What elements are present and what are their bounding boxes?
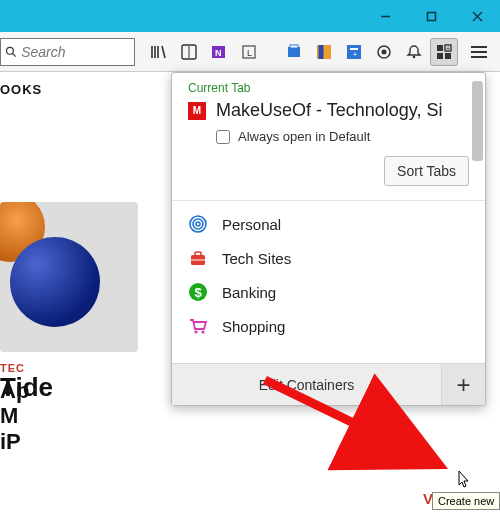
addon-icon[interactable]: [370, 38, 398, 66]
container-label: Banking: [222, 284, 276, 301]
svg-text:+: +: [446, 44, 450, 51]
containers-toolbar-button[interactable]: +: [430, 38, 458, 66]
current-tab-row[interactable]: M MakeUseOf - Technology, Si: [172, 97, 485, 127]
svg-rect-26: [445, 53, 451, 59]
svg-rect-25: [437, 53, 443, 59]
container-label: Tech Sites: [222, 250, 291, 267]
svg-point-29: [196, 222, 200, 226]
fingerprint-icon: [188, 214, 208, 234]
svg-point-21: [413, 55, 416, 58]
window-minimize-button[interactable]: [362, 0, 408, 32]
svg-text:$: $: [194, 285, 202, 300]
current-tab-label: Current Tab: [172, 73, 485, 97]
svg-rect-31: [195, 252, 201, 256]
reader-mode-icon[interactable]: +: [340, 38, 368, 66]
menu-button[interactable]: [464, 37, 494, 67]
svg-text:N: N: [215, 48, 222, 58]
tab-favicon: M: [188, 102, 206, 120]
svg-point-20: [382, 49, 387, 54]
container-label: Personal: [222, 216, 281, 233]
always-open-checkbox[interactable]: [216, 130, 230, 144]
plus-icon: +: [456, 371, 470, 399]
search-box[interactable]: [0, 38, 135, 66]
svg-rect-22: [437, 45, 443, 51]
search-icon: [5, 45, 17, 59]
svg-rect-17: [350, 48, 358, 50]
svg-rect-13: [290, 45, 298, 48]
notify-icon[interactable]: [400, 38, 428, 66]
containers-popup: Current Tab M MakeUseOf - Technology, Si…: [171, 72, 486, 406]
separator: [172, 200, 485, 201]
briefcase-icon: [188, 248, 208, 268]
headline-fragment: Tide: [0, 372, 53, 403]
onenote-icon[interactable]: N: [205, 38, 233, 66]
svg-point-28: [193, 219, 203, 229]
dollar-icon: $: [188, 282, 208, 302]
container-item-shopping[interactable]: Shopping: [172, 309, 485, 343]
svg-point-36: [201, 330, 204, 333]
edit-containers-button[interactable]: Edit Containers: [172, 364, 441, 405]
reader-view-icon[interactable]: [175, 38, 203, 66]
article-thumbnail[interactable]: [0, 202, 138, 352]
pocket-icon[interactable]: L: [235, 38, 263, 66]
create-container-button[interactable]: +: [441, 364, 485, 405]
always-open-row[interactable]: Always open in Default: [172, 127, 485, 156]
library-icon[interactable]: [145, 38, 173, 66]
svg-rect-1: [427, 12, 435, 20]
create-new-tooltip: Create new: [432, 492, 500, 510]
svg-text:L: L: [247, 48, 252, 58]
always-open-label: Always open in Default: [238, 129, 370, 144]
search-input[interactable]: [21, 44, 130, 60]
container-label: Shopping: [222, 318, 285, 335]
cart-icon: [188, 316, 208, 336]
sort-tabs-button[interactable]: Sort Tabs: [384, 156, 469, 186]
svg-line-5: [13, 53, 16, 56]
svg-text:+: +: [353, 51, 357, 58]
popup-scrollbar[interactable]: [472, 81, 483, 161]
svg-point-35: [194, 330, 197, 333]
container-item-tech-sites[interactable]: Tech Sites: [172, 241, 485, 275]
section-heading: OOKS: [0, 82, 42, 97]
window-restore-button[interactable]: [408, 0, 454, 32]
container-item-banking[interactable]: $ Banking: [172, 275, 485, 309]
current-tab-title: MakeUseOf - Technology, Si: [216, 100, 469, 121]
browser-toolbar: N L + +: [0, 32, 500, 72]
window-close-button[interactable]: [454, 0, 500, 32]
container-item-personal[interactable]: Personal: [172, 207, 485, 241]
mouse-cursor-icon: [455, 470, 473, 492]
sidebar-icon[interactable]: [310, 38, 338, 66]
svg-point-4: [7, 47, 14, 54]
window-title-bar: [0, 0, 500, 32]
clip-icon[interactable]: [280, 38, 308, 66]
